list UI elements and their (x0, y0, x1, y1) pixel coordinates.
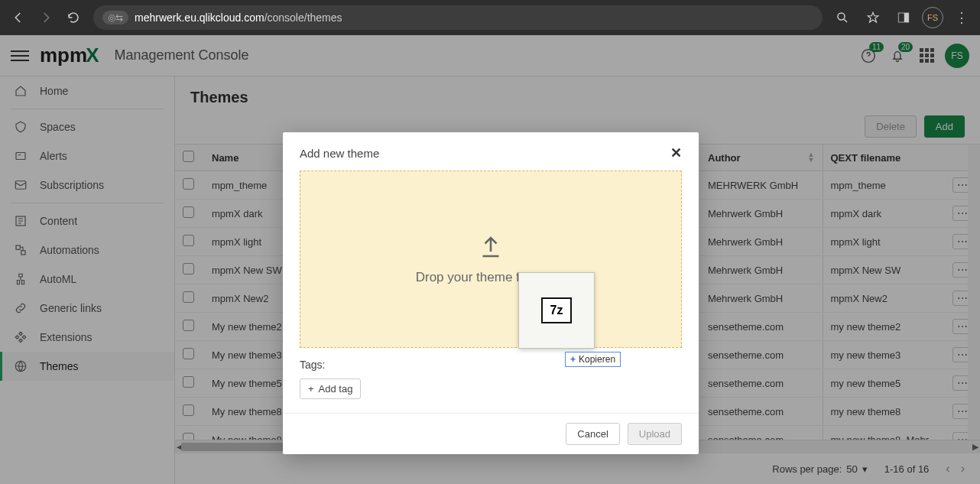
add-theme-modal: Add new theme ✕ Drop your theme file her… (283, 132, 699, 454)
url-text: mehrwerk.eu.qlikcloud.com/console/themes (135, 11, 342, 24)
browser-chrome: ◎⇆ mehrwerk.eu.qlikcloud.com/console/the… (0, 0, 980, 35)
archive-7z-icon: 7z (541, 297, 572, 323)
svg-rect-2 (904, 13, 909, 22)
plus-icon: + (308, 383, 314, 395)
site-info-icon[interactable]: ◎⇆ (102, 11, 128, 24)
plus-icon: + (570, 354, 576, 365)
upload-button[interactable]: Upload (628, 423, 682, 445)
dragged-file-icon: 7z (518, 272, 595, 349)
close-icon[interactable]: ✕ (670, 145, 682, 161)
profile-chip[interactable]: FS (922, 7, 943, 28)
forward-button[interactable] (34, 5, 58, 30)
modal-title: Add new theme (300, 147, 379, 160)
url-bar[interactable]: ◎⇆ mehrwerk.eu.qlikcloud.com/console/the… (93, 5, 823, 30)
panel-icon[interactable] (891, 5, 916, 30)
tags-label: Tags: (283, 359, 699, 378)
file-drop-zone[interactable]: Drop your theme file here. (300, 171, 682, 348)
cancel-button[interactable]: Cancel (566, 423, 619, 445)
zoom-icon[interactable] (830, 5, 855, 30)
chrome-menu-icon[interactable]: ⋮ (949, 5, 974, 30)
svg-point-0 (838, 13, 845, 20)
back-button[interactable] (6, 5, 31, 30)
reload-button[interactable] (61, 5, 86, 30)
bookmark-icon[interactable] (861, 5, 885, 30)
add-tag-button[interactable]: +Add tag (300, 378, 361, 399)
copy-badge: +Kopieren (565, 352, 621, 367)
